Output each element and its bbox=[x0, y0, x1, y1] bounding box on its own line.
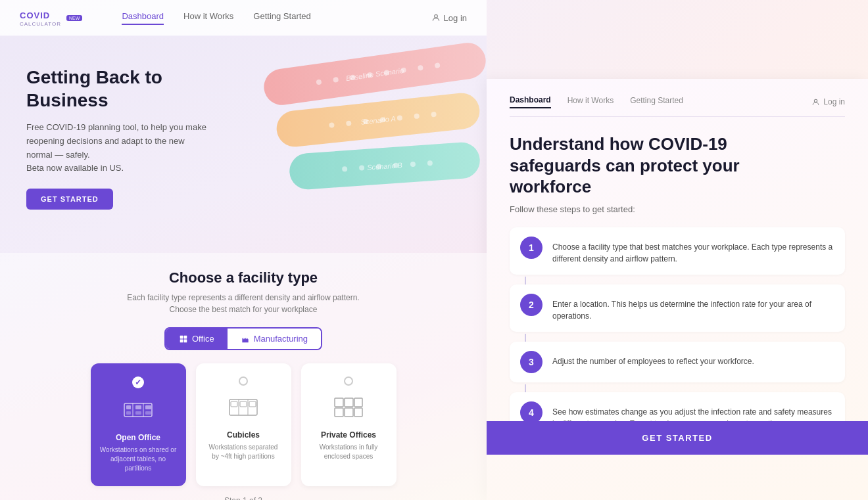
step-content-3: Adjust the number of employees to reflec… bbox=[552, 351, 754, 368]
step-indicator: Step 1 of 2 NEXT bbox=[26, 496, 460, 500]
office-tab-icon bbox=[179, 334, 188, 344]
svg-rect-9 bbox=[126, 411, 131, 415]
right-title: Understand how COVID-19 safeguards can p… bbox=[510, 133, 806, 198]
svg-point-26 bbox=[815, 99, 817, 102]
facility-tabs: Office Manufacturing bbox=[164, 327, 322, 350]
step-item-2: 2 Enter a location. This helps us determ… bbox=[510, 284, 845, 332]
private-offices-desc: Workstations in fully enclosed spaces bbox=[310, 443, 387, 461]
step-item-1: 1 Choose a facility type that best match… bbox=[510, 227, 845, 275]
svg-rect-19 bbox=[249, 401, 256, 407]
step-num-1: 1 bbox=[520, 237, 542, 259]
svg-rect-21 bbox=[345, 398, 353, 407]
nav-links: Dashboard How it Works Getting Started bbox=[122, 11, 431, 25]
facility-card-cubicles[interactable]: Cubicles Workstations separated by ~4ft … bbox=[196, 363, 291, 486]
right-nav-how-it-works[interactable]: How it Works bbox=[567, 96, 614, 108]
nav-dashboard[interactable]: Dashboard bbox=[122, 11, 164, 25]
right-nav-getting-started[interactable]: Getting Started bbox=[630, 96, 683, 108]
nav-how-it-works[interactable]: How it Works bbox=[183, 11, 233, 25]
svg-rect-8 bbox=[126, 405, 131, 409]
ruler-label-2: Scenario A bbox=[360, 114, 396, 126]
open-office-icon bbox=[122, 394, 155, 426]
svg-rect-22 bbox=[354, 398, 362, 407]
open-office-desc: Workstations on shared or adjacent table… bbox=[100, 445, 177, 473]
step-item-3: 3 Adjust the number of employees to refl… bbox=[510, 342, 845, 382]
facility-title: Choose a facility type bbox=[26, 269, 460, 286]
logo-badge: NEW bbox=[66, 15, 82, 21]
cubicles-icon bbox=[227, 391, 260, 424]
ruler-label-3: Scenario B bbox=[367, 161, 403, 171]
svg-rect-18 bbox=[240, 401, 247, 407]
right-subtitle: Follow these steps to get started: bbox=[510, 204, 845, 214]
nav-login[interactable]: Log in bbox=[431, 13, 467, 23]
right-panel: Dashboard How it Works Getting Started L… bbox=[487, 79, 868, 455]
svg-rect-13 bbox=[145, 411, 151, 415]
svg-rect-10 bbox=[135, 405, 141, 409]
hero-description: Free COVID-19 planning tool, to help you… bbox=[26, 121, 210, 175]
left-nav: COVID CALCULATOR NEW Dashboard How it Wo… bbox=[0, 0, 487, 36]
facility-subtitle: Each facility type represents a differen… bbox=[26, 292, 460, 315]
step-content-2: Enter a location. This helps us determin… bbox=[552, 294, 834, 323]
open-office-title: Open Office bbox=[100, 433, 177, 442]
facility-section: Choose a facility type Each facility typ… bbox=[0, 253, 487, 500]
left-panel: COVID CALCULATOR NEW Dashboard How it Wo… bbox=[0, 0, 487, 500]
svg-rect-23 bbox=[335, 408, 343, 417]
step-num-4: 4 bbox=[520, 401, 542, 424]
private-offices-radio bbox=[344, 376, 353, 386]
svg-rect-25 bbox=[354, 408, 362, 417]
step-num-3: 3 bbox=[520, 351, 542, 373]
svg-rect-24 bbox=[345, 408, 353, 417]
svg-rect-14 bbox=[229, 399, 257, 415]
private-offices-icon bbox=[332, 391, 365, 424]
svg-rect-2 bbox=[184, 335, 187, 338]
step-connector-1 bbox=[525, 277, 526, 284]
hero-section: Getting Back to Business Free COVID-19 p… bbox=[0, 36, 487, 253]
step-connector-3 bbox=[525, 384, 526, 392]
svg-rect-12 bbox=[145, 405, 151, 409]
svg-rect-20 bbox=[335, 398, 343, 407]
tab-office[interactable]: Office bbox=[166, 329, 228, 349]
logo-sub: CALCULATOR bbox=[20, 21, 61, 27]
steps-list: 1 Choose a facility type that best match… bbox=[510, 227, 845, 442]
svg-point-0 bbox=[434, 14, 437, 18]
cubicles-desc: Workstations separated by ~4ft high part… bbox=[205, 443, 282, 461]
svg-rect-11 bbox=[135, 411, 141, 415]
step-text: Step 1 of 2 bbox=[26, 496, 460, 500]
cubicles-title: Cubicles bbox=[205, 430, 282, 440]
cubicles-radio bbox=[239, 376, 248, 386]
nav-getting-started[interactable]: Getting Started bbox=[253, 11, 310, 25]
facility-card-open-office[interactable]: ✓ Open Office Work bbox=[91, 363, 186, 486]
right-nav-login[interactable]: Log in bbox=[811, 97, 845, 106]
hero-title: Getting Back to Business bbox=[26, 66, 224, 112]
right-nav: Dashboard How it Works Getting Started L… bbox=[510, 95, 845, 117]
selected-checkmark: ✓ bbox=[132, 376, 144, 388]
manufacturing-tab-icon bbox=[241, 334, 250, 344]
svg-rect-1 bbox=[180, 335, 183, 338]
logo: COVID CALCULATOR NEW bbox=[20, 9, 82, 27]
tab-manufacturing[interactable]: Manufacturing bbox=[228, 329, 321, 349]
svg-rect-17 bbox=[231, 401, 237, 407]
step-connector-2 bbox=[525, 334, 526, 342]
step-num-2: 2 bbox=[520, 294, 542, 316]
svg-rect-3 bbox=[180, 339, 183, 342]
hero-get-started-button[interactable]: GET STARTED bbox=[26, 189, 113, 210]
facility-cards: ✓ Open Office Work bbox=[26, 363, 460, 486]
right-get-started-button[interactable]: GET STARTED bbox=[487, 421, 868, 455]
facility-card-private-offices[interactable]: Private Offices Workstations in fully en… bbox=[301, 363, 397, 486]
ruler-scenario-b: Scenario B bbox=[288, 141, 481, 191]
right-nav-dashboard[interactable]: Dashboard bbox=[510, 95, 551, 108]
rulers-illustration: Baseline Scenario Scenario A Scenario B bbox=[256, 49, 487, 246]
ruler-label-1: Baseline Scenario bbox=[345, 66, 404, 81]
right-user-icon bbox=[811, 98, 820, 106]
logo-name: COVID bbox=[20, 11, 50, 20]
user-icon bbox=[431, 13, 441, 22]
private-offices-title: Private Offices bbox=[310, 430, 387, 440]
svg-rect-4 bbox=[184, 339, 187, 342]
step-content-1: Choose a facility type that best matches… bbox=[552, 237, 834, 265]
